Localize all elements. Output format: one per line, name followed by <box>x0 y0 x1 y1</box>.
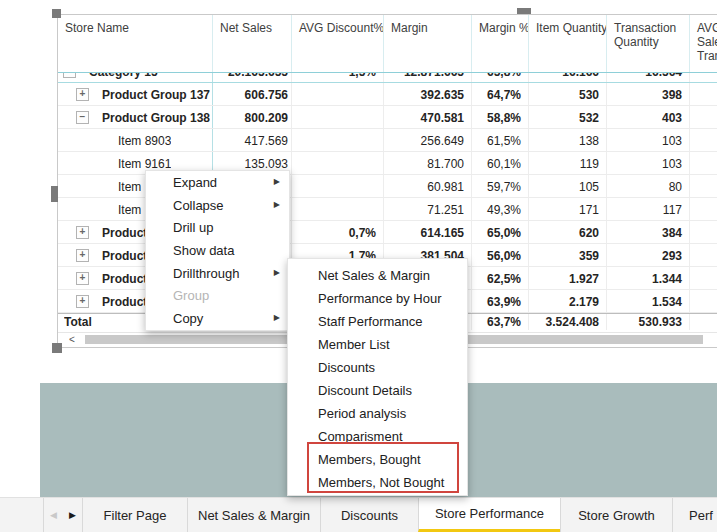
column-header-margin[interactable]: Margin % <box>471 15 528 72</box>
cell-text: 63,7% <box>487 315 521 329</box>
previous-page-icon[interactable]: ◀ <box>50 510 57 520</box>
menu-item-expand[interactable]: Expand▶ <box>146 171 289 194</box>
cell-value: 530.933 <box>606 314 689 330</box>
cell-text: 119 <box>580 157 599 171</box>
submenu-arrow-icon: ▶ <box>274 268 280 277</box>
column-header-avg-net-sales-per-transaction[interactable]: AVG Net Sales per Transaction <box>689 15 717 72</box>
column-header-avg-discount[interactable]: AVG Discount% <box>291 15 383 72</box>
column-header-margin[interactable]: Margin <box>383 15 471 72</box>
menu-item-collapse[interactable]: Collapse▶ <box>146 194 289 217</box>
tab-perf[interactable]: Perf <box>672 498 717 532</box>
cell-text: 64,7% <box>487 88 521 102</box>
tab-store-growth[interactable]: Store Growth <box>560 498 672 532</box>
cell-value <box>291 152 383 175</box>
cell-value <box>689 73 717 83</box>
cell-text: 620 <box>579 226 599 240</box>
column-header-label: Net Sales <box>220 21 272 35</box>
resize-handle-left-middle[interactable] <box>51 186 58 202</box>
cell-text: 1.344 <box>652 272 682 286</box>
tab-label: Net Sales & Margin <box>198 508 310 523</box>
cell-value: 2.179 <box>528 290 606 313</box>
cell-value: 117 <box>606 198 689 221</box>
menu-item-drillthrough[interactable]: Drillthrough▶ <box>146 262 289 285</box>
column-header-label: AVG Net Sales per Transaction <box>697 21 717 63</box>
column-header-label: Margin % <box>479 21 528 35</box>
expand-toggle-icon[interactable]: + <box>76 88 89 101</box>
tab-discounts[interactable]: Discounts <box>320 498 418 532</box>
row-label-cell: −Category 15 <box>58 73 212 83</box>
cell-value <box>291 83 383 106</box>
expand-toggle-icon[interactable]: + <box>76 249 89 262</box>
cell-text: 470.581 <box>421 111 464 125</box>
drillthrough-item-period-analysis[interactable]: Period analysis <box>288 402 467 425</box>
tab-store-performance[interactable]: Store Performance <box>418 498 560 532</box>
red-highlight-box <box>307 442 459 493</box>
cell-text: 65,0% <box>487 226 521 240</box>
drillthrough-item-discount-details[interactable]: Discount Details <box>288 379 467 402</box>
cell-value: 417.569 <box>212 129 291 152</box>
cell-text: 59,7% <box>487 180 521 194</box>
menu-item-label: Show data <box>173 243 234 258</box>
cell-text: 417.569 <box>245 134 288 148</box>
cell-text: 65,8% <box>487 73 521 79</box>
column-header-net-sales[interactable]: Net Sales <box>212 15 291 72</box>
collapse-toggle-icon[interactable]: − <box>63 73 76 78</box>
cell-value: 532 <box>528 106 606 129</box>
drillthrough-item-member-list[interactable]: Member List <box>288 333 467 356</box>
column-header-label: Transaction Quantity <box>614 21 689 49</box>
matrix-row-product-group-137[interactable]: +Product Group 137606.756392.63564,7%530… <box>58 83 717 106</box>
drillthrough-item-staff-performance[interactable]: Staff Performance <box>288 310 467 333</box>
cell-text: 56,0% <box>487 249 521 263</box>
cell-value: 80 <box>606 175 689 198</box>
menu-item-show-data[interactable]: Show data <box>146 239 289 262</box>
tab-filter-page[interactable]: Filter Page <box>82 498 187 532</box>
matrix-header-row: Store NameNet SalesAVG Discount%MarginMa… <box>58 15 717 73</box>
drillthrough-item-net-sales-margin[interactable]: Net Sales & Margin <box>288 264 467 287</box>
menu-item-copy[interactable]: Copy▶ <box>146 307 289 330</box>
cell-text: 12.871.665 <box>404 73 464 79</box>
expand-toggle-icon[interactable]: + <box>76 226 89 239</box>
column-header-store-name[interactable]: Store Name <box>58 15 212 72</box>
cell-text: 81.700 <box>427 157 464 171</box>
resize-handle-top-left[interactable] <box>52 9 61 18</box>
column-header-item-quantity[interactable]: Item Quantity <box>528 15 606 72</box>
row-label: Product Group 137 <box>102 88 210 102</box>
cell-value <box>291 175 383 198</box>
cell-value: 103 <box>606 129 689 152</box>
cell-value: 530 <box>528 83 606 106</box>
column-header-label: Store Name <box>65 21 129 35</box>
submenu-arrow-icon: ▶ <box>274 177 280 186</box>
matrix-row-item-8903[interactable]: Item 8903417.569256.64961,5%138103 <box>58 129 717 152</box>
row-label: Category 15 <box>89 73 158 79</box>
matrix-row-category-15[interactable]: −Category 1520.165.6551,5%12.871.66565,8… <box>58 73 717 83</box>
cell-value: 49,3% <box>471 198 528 221</box>
cell-text: 71.251 <box>427 203 464 217</box>
cell-text: 398 <box>662 88 682 102</box>
resize-handle-bottom-left[interactable] <box>52 343 62 353</box>
page-tab-bar: ◀ ▶ Filter PageNet Sales & MarginDiscoun… <box>0 497 717 532</box>
drillthrough-item-discounts[interactable]: Discounts <box>288 356 467 379</box>
cell-value: 1,5% <box>291 73 383 83</box>
menu-item-drill-up[interactable]: Drill up <box>146 216 289 239</box>
next-page-icon[interactable]: ▶ <box>69 510 76 520</box>
tab-net-sales-margin[interactable]: Net Sales & Margin <box>187 498 320 532</box>
cell-value: 256.649 <box>383 129 471 152</box>
column-header-transaction-quantity[interactable]: Transaction Quantity <box>606 15 689 72</box>
cell-value: 63,9% <box>471 290 528 313</box>
column-header-label: AVG Discount% <box>299 21 383 35</box>
resize-handle-top-middle[interactable] <box>517 8 531 14</box>
expand-toggle-icon[interactable]: + <box>76 295 89 308</box>
tab-label: Discounts <box>341 508 398 523</box>
drillthrough-item-performance-by-hour[interactable]: Performance by Hour <box>288 287 467 310</box>
cell-value: 16.564 <box>606 73 689 83</box>
scroll-left-icon[interactable]: < <box>62 333 82 346</box>
expand-toggle-icon[interactable]: + <box>76 272 89 285</box>
cell-text: 1.927 <box>569 272 599 286</box>
cell-text: 103 <box>662 157 682 171</box>
cell-value: 60.981 <box>383 175 471 198</box>
cell-value: 3.524.408 <box>528 314 606 330</box>
cell-text: 0,7% <box>349 226 376 240</box>
collapse-toggle-icon[interactable]: − <box>76 111 89 124</box>
matrix-row-product-group-138[interactable]: −Product Group 138800.209470.58158,8%532… <box>58 106 717 129</box>
cell-value <box>689 244 717 267</box>
